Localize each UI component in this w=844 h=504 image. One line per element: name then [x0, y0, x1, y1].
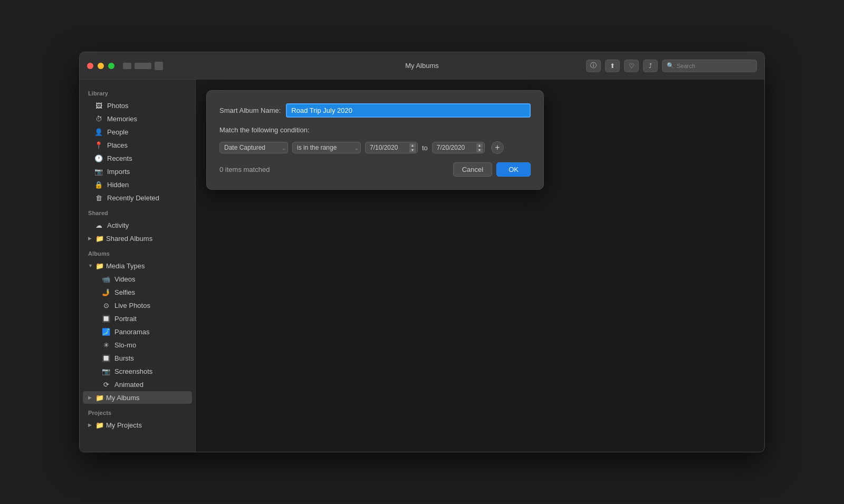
condition-type-select[interactable]: Date Captured Date Modified Camera Make …	[219, 142, 288, 153]
sidebar-item-screenshots[interactable]: 📷 Screenshots	[83, 365, 192, 377]
sidebar-item-label-hidden: Hidden	[107, 181, 129, 189]
smart-album-modal: Smart Album Name: Match the following co…	[206, 90, 544, 190]
memories-icon: ⏱	[94, 114, 103, 123]
zoom-slider[interactable]	[135, 63, 151, 69]
slo-mo-icon: ✳	[102, 341, 110, 349]
condition-type-wrapper: Date Captured Date Modified Camera Make …	[219, 142, 288, 153]
sidebar-item-label-recently-deleted: Recently Deleted	[107, 194, 159, 202]
sidebar-item-label-slo-mo: Slo-mo	[114, 341, 136, 349]
sidebar-item-label-activity: Activity	[107, 221, 129, 229]
activity-icon: ☁	[94, 221, 103, 229]
date-from-down[interactable]: ▼	[409, 148, 416, 152]
date-to-wrapper: ▲ ▼	[432, 142, 485, 153]
recently-deleted-icon: 🗑	[94, 193, 103, 202]
sidebar-item-animated[interactable]: ⟳ Animated	[83, 378, 192, 391]
sidebar-item-label-media-types: Media Types	[106, 262, 145, 270]
modal-footer: 0 items matched Cancel OK	[219, 162, 531, 177]
sidebar-item-recently-deleted[interactable]: 🗑 Recently Deleted	[83, 191, 192, 204]
animated-icon: ⟳	[102, 380, 110, 389]
traffic-lights	[87, 63, 114, 69]
shared-albums-icon: 📁	[95, 234, 104, 243]
date-from-stepper: ▲ ▼	[409, 143, 416, 152]
sidebar-item-label-my-albums: My Albums	[106, 394, 140, 402]
sidebar-item-hidden[interactable]: 🔒 Hidden	[83, 178, 192, 191]
shared-section-label: Shared	[80, 205, 195, 218]
sidebar-item-label-people: People	[107, 128, 128, 136]
sidebar-item-label-recents: Recents	[107, 154, 132, 162]
sidebar-item-label-animated: Animated	[114, 381, 143, 389]
sidebar-item-label-portrait: Portrait	[114, 315, 137, 323]
to-label: to	[422, 144, 428, 152]
sidebar-item-bursts[interactable]: 🔲 Bursts	[83, 352, 192, 364]
sidebar-item-panoramas[interactable]: 🗾 Panoramas	[83, 325, 192, 338]
modal-overlay: Smart Album Name: Match the following co…	[196, 80, 764, 452]
minimize-button[interactable]	[98, 63, 104, 69]
info-button[interactable]: ⓘ	[586, 60, 601, 72]
sidebar-item-label-bursts: Bursts	[114, 354, 134, 362]
condition-operator-select[interactable]: is in the range is is before is after is…	[292, 142, 361, 153]
name-label: Smart Album Name:	[219, 106, 281, 114]
titlebar-controls	[123, 62, 163, 70]
sidebar-item-videos[interactable]: 📹 Videos	[83, 273, 192, 285]
sidebar-item-label-photos: Photos	[107, 102, 128, 110]
selfies-icon: 🤳	[102, 288, 110, 296]
media-types-icon: 📁	[95, 261, 104, 270]
sidebar-toggle-button[interactable]	[123, 63, 131, 69]
add-condition-button[interactable]: +	[491, 141, 504, 154]
ok-button[interactable]: OK	[496, 162, 531, 177]
hidden-icon: 🔒	[94, 180, 103, 189]
sidebar-item-live-photos[interactable]: ⊙ Live Photos	[83, 299, 192, 312]
condition-operator-wrapper: is in the range is is before is after is…	[292, 142, 361, 153]
close-button[interactable]	[87, 63, 93, 69]
library-section-label: Library	[80, 85, 195, 99]
rotate-button[interactable]: ⤴	[643, 60, 658, 72]
date-to-down[interactable]: ▼	[476, 148, 483, 152]
my-projects-chevron	[88, 422, 93, 428]
main-layout: Library 🖼 Photos ⏱ Memories 👤 People 📍 P…	[80, 80, 764, 452]
search-bar[interactable]: 🔍 Search	[662, 60, 757, 72]
screenshots-icon: 📷	[102, 367, 110, 375]
date-to-stepper: ▲ ▼	[476, 143, 483, 152]
videos-icon: 📹	[102, 275, 110, 283]
cancel-button[interactable]: Cancel	[453, 162, 492, 177]
search-placeholder: Search	[677, 63, 695, 69]
favorite-button[interactable]: ♡	[624, 60, 639, 72]
places-icon: 📍	[94, 141, 103, 149]
my-albums-chevron	[88, 395, 93, 400]
date-from-up[interactable]: ▲	[409, 143, 416, 148]
smart-album-name-input[interactable]	[286, 103, 531, 118]
sidebar-item-label-selfies: Selfies	[114, 288, 135, 296]
sidebar-item-media-types[interactable]: 📁 Media Types	[83, 259, 192, 272]
my-projects-icon: 📁	[95, 421, 104, 429]
share-button[interactable]: ⬆	[605, 60, 620, 72]
sidebar-item-people[interactable]: 👤 People	[83, 125, 192, 138]
sidebar-item-imports[interactable]: 📷 Imports	[83, 165, 192, 178]
panoramas-icon: 🗾	[102, 327, 110, 336]
sidebar-item-places[interactable]: 📍 Places	[83, 139, 192, 151]
sidebar-item-activity[interactable]: ☁ Activity	[83, 219, 192, 231]
date-from-wrapper: ▲ ▼	[365, 142, 418, 153]
sidebar-item-photos[interactable]: 🖼 Photos	[83, 99, 192, 112]
view-toggle-button[interactable]	[155, 62, 163, 70]
sidebar-item-my-albums[interactable]: 📁 My Albums	[83, 391, 192, 404]
date-to-up[interactable]: ▲	[476, 143, 483, 148]
titlebar: My Albums ⓘ ⬆ ♡ ⤴ 🔍 Search	[80, 52, 764, 80]
content-area: Smart Album Name: Match the following co…	[196, 80, 764, 452]
sidebar-item-label-videos: Videos	[114, 275, 136, 283]
window-title: My Albums	[405, 62, 439, 70]
sidebar-item-my-projects[interactable]: 📁 My Projects	[83, 419, 192, 431]
sidebar-item-recents[interactable]: 🕐 Recents	[83, 152, 192, 164]
sidebar-item-slo-mo[interactable]: ✳ Slo-mo	[83, 338, 192, 351]
shared-albums-chevron	[88, 236, 93, 241]
items-matched: 0 items matched	[219, 166, 270, 173]
maximize-button[interactable]	[108, 63, 114, 69]
name-row: Smart Album Name:	[219, 103, 531, 118]
sidebar-item-label-shared-albums: Shared Albums	[106, 235, 152, 243]
bursts-icon: 🔲	[102, 354, 110, 362]
sidebar-item-label-my-projects: My Projects	[106, 421, 142, 429]
search-icon: 🔍	[667, 62, 674, 69]
sidebar-item-memories[interactable]: ⏱ Memories	[83, 112, 192, 125]
sidebar-item-shared-albums[interactable]: 📁 Shared Albums	[83, 232, 192, 245]
sidebar-item-selfies[interactable]: 🤳 Selfies	[83, 286, 192, 298]
sidebar-item-portrait[interactable]: 🔲 Portrait	[83, 312, 192, 325]
